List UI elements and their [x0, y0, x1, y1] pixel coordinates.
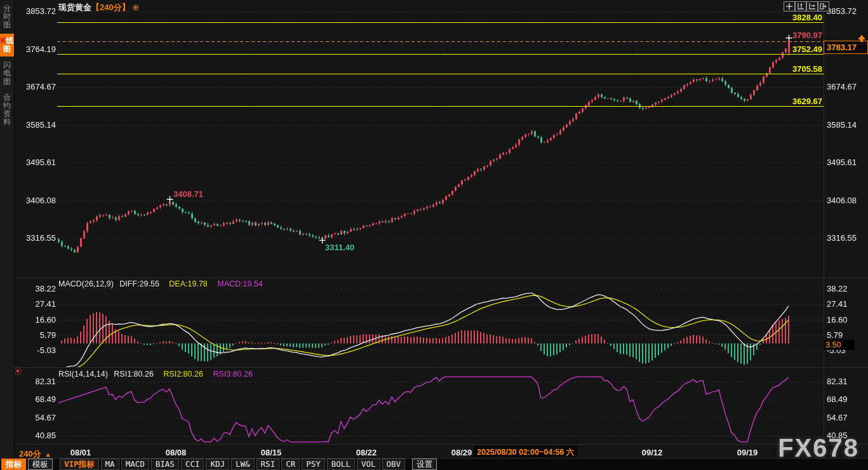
- swing-high-label: 3408.71: [173, 189, 203, 199]
- sidebar-tab-3[interactable]: 合约资料: [0, 90, 14, 130]
- level-price-label: 3752.49: [778, 44, 822, 54]
- circle-plus-icon[interactable]: ⊕: [132, 3, 139, 12]
- main-axis-label-right: 3406.08: [827, 196, 857, 205]
- toolbar-button-指标[interactable]: 指标: [1, 459, 26, 470]
- main-axis-label-right: 3585.14: [827, 120, 857, 130]
- main-axis-label-right: 3495.61: [827, 158, 857, 167]
- time-axis-label: 09/12: [632, 448, 672, 457]
- period-selector-label: 240分: [19, 449, 41, 459]
- toolbar-button-VIP指标[interactable]: VIP指标: [60, 459, 99, 470]
- macd-axis-label-left: -5.03: [15, 346, 56, 355]
- rsi2-value: RSI2:80.26: [163, 370, 203, 379]
- macd-axis-label-right: 16.60: [827, 315, 848, 325]
- main-axis-label-right: 3853.72: [827, 6, 857, 16]
- rsi-axis-label-left: 54.67: [15, 413, 56, 422]
- chevron-up-icon: ▲: [45, 451, 51, 458]
- toolbar-button-BOLL[interactable]: BOLL: [327, 459, 355, 470]
- main-axis-label-left: 3495.61: [15, 158, 56, 167]
- live-indicator-icon: [13, 366, 22, 375]
- toolbar-button-CR[interactable]: CR: [281, 459, 300, 470]
- toolbar-button-OBV[interactable]: OBV: [382, 459, 406, 470]
- level-price-label: 3629.67: [778, 97, 822, 106]
- main-axis-label-left: 3406.08: [15, 196, 56, 205]
- rsi-axis-label-left: 40.85: [15, 431, 56, 440]
- rsi-axis-label-right: 54.67: [827, 413, 848, 422]
- symbol-title: 现货黄金: [58, 3, 91, 12]
- macd-axis-label-left: 38.22: [15, 284, 56, 293]
- indicator-toolbar: 指标模板VIP指标MAMACDBIASCCIKDJLW&RSICRPSYBOLL…: [0, 459, 868, 470]
- toolbar-button-模板[interactable]: 模板: [28, 459, 53, 470]
- toolbar-button-KDJ[interactable]: KDJ: [206, 459, 229, 470]
- main-axis-label-right: 3674.67: [827, 82, 857, 91]
- rsi-axis-label-right: 40.85: [827, 431, 848, 440]
- chart-header: 现货黄金【240分】 ⊕: [58, 2, 139, 13]
- rsi-title: RSI(14,14,14): [58, 370, 108, 379]
- toolbar-button-设置[interactable]: 设置: [412, 459, 437, 470]
- macd-axis-label-left: 5.79: [15, 330, 56, 340]
- sidebar-tab-2[interactable]: 闪电图: [0, 58, 14, 89]
- rsi-panel-header: RSI(14,14,14) RSI1:80.26 RSI2:80.26 RSI3…: [58, 370, 260, 379]
- rsi3-value: RSI3:80.26: [213, 370, 253, 379]
- macd-axis-label-left: 16.60: [15, 315, 56, 325]
- main-axis-label-left: 3674.67: [15, 82, 56, 91]
- level-price-label: 3828.40: [778, 13, 822, 22]
- move-crosshair-icon[interactable]: [784, 1, 795, 11]
- rsi-axis-label-left: 82.31: [15, 377, 56, 386]
- macd-axis-label-left: 27.41: [15, 299, 56, 309]
- time-axis-label: 08/22: [346, 448, 387, 457]
- macd-diff-value: DIFF:29.55: [119, 279, 159, 288]
- toolbar-button-RSI[interactable]: RSI: [257, 459, 280, 470]
- chart-type-sidebar: 分时图K线图闪电图合约资料: [0, 0, 15, 459]
- main-axis-label-left: 3764.19: [15, 44, 56, 54]
- toolbar-button-BIAS[interactable]: BIAS: [151, 459, 179, 470]
- time-axis-label: 08/15: [251, 448, 291, 457]
- swing-low-label: 3311.40: [325, 243, 354, 252]
- sidebar-tab-0[interactable]: 分时图: [0, 1, 14, 32]
- rsi-axis-label-left: 68.49: [15, 394, 56, 404]
- macd-axis-label-right: 5.79: [827, 330, 843, 340]
- chart-canvas[interactable]: [0, 0, 868, 470]
- time-axis-label: 08/08: [156, 448, 196, 457]
- axis-zoom-out-icon[interactable]: [806, 1, 818, 11]
- macd-title: MACD(26,12,9): [58, 279, 114, 288]
- main-axis-label-left: 3316.55: [15, 233, 56, 243]
- macd-value: MACD:19.54: [217, 279, 263, 288]
- macd-current-value-label: 3.50: [824, 340, 855, 350]
- toolbar-button-LW&[interactable]: LW&: [231, 459, 255, 470]
- chart-app-window: 分时图K线图闪电图合约资料 现货黄金【240分】 ⊕ 3783.17 MACD(…: [0, 0, 868, 470]
- jump-to-latest-icon[interactable]: [857, 35, 866, 43]
- rsi1-value: RSI1:80.26: [114, 370, 154, 379]
- toolbar-button-VOL[interactable]: VOL: [357, 459, 380, 470]
- crosshair-date-tooltip: 2025/08/30 02:00~04:56 六: [474, 446, 577, 457]
- exit-chart-icon[interactable]: [818, 1, 829, 11]
- macd-dea-value: DEA:19.78: [169, 279, 207, 288]
- toolbar-button-CCI[interactable]: CCI: [181, 459, 204, 470]
- axis-zoom-in-icon[interactable]: [795, 1, 806, 11]
- main-axis-label-left: 3585.14: [15, 120, 56, 130]
- toolbar-button-MACD[interactable]: MACD: [121, 459, 149, 470]
- main-axis-label-right: 3316.55: [827, 233, 857, 243]
- time-axis-label: 08/01: [60, 448, 101, 457]
- sidebar-tab-1[interactable]: K线图: [0, 34, 14, 57]
- macd-axis-label-right: 27.41: [827, 299, 848, 309]
- period-tag: 【240分】: [91, 3, 130, 12]
- toolbar-button-PSY[interactable]: PSY: [302, 459, 325, 470]
- current-price-label: 3783.17: [824, 41, 868, 54]
- high-price-label: 3790.97: [778, 30, 822, 40]
- macd-panel-header: MACD(26,12,9) DIFF:29.55 DEA:19.78 MACD:…: [58, 279, 270, 288]
- toolbar-button-MA[interactable]: MA: [101, 459, 119, 470]
- main-axis-label-left: 3853.72: [15, 6, 56, 16]
- rsi-axis-label-right: 82.31: [827, 377, 848, 386]
- rsi-axis-label-right: 68.49: [827, 394, 848, 404]
- macd-axis-label-right: 38.22: [827, 284, 848, 293]
- time-axis-label: 09/19: [727, 448, 768, 457]
- level-price-label: 3705.58: [778, 64, 822, 74]
